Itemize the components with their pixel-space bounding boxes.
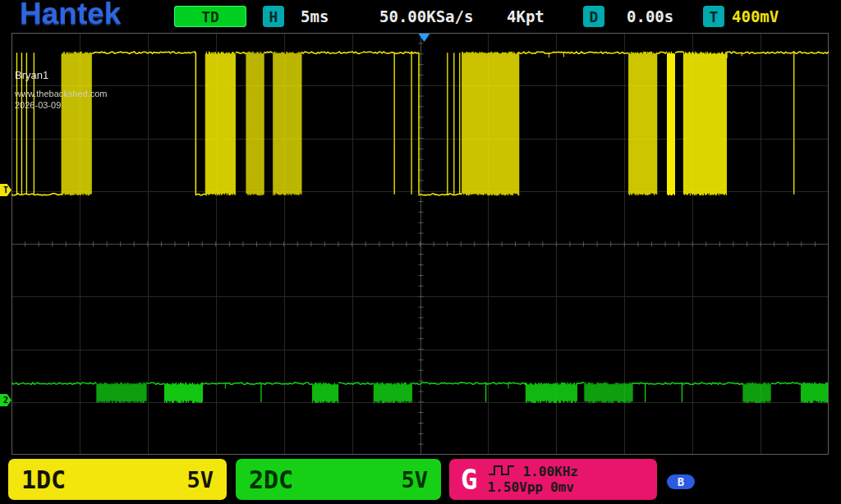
delay-badge-icon: D bbox=[583, 6, 604, 27]
watermark: Bryan1 www.thebackshed.com 2026-03-09 bbox=[15, 69, 108, 110]
ch2-reference-marker: 2 bbox=[0, 394, 11, 406]
generator-amplitude: 1.50Vpp bbox=[487, 480, 542, 495]
status-bar: Hantek TD H 5ms 50.00KSa/s 4Kpt D 0.00s … bbox=[0, 0, 841, 33]
watermark-site: www.thebackshed.com bbox=[15, 89, 108, 99]
trigger-status-badge: TD bbox=[174, 6, 246, 27]
brand-logo: Hantek bbox=[20, 0, 121, 31]
generator-frequency: 1.00KHz bbox=[522, 465, 577, 479]
ch1-scale-value: 5V bbox=[186, 467, 214, 493]
graticule-area: Bryan1 www.thebackshed.com 2026-03-09 T … bbox=[11, 33, 829, 455]
generator-offset: 0mv bbox=[550, 480, 574, 495]
generator-details: 1.00KHz 1.50Vpp 0mv bbox=[487, 464, 577, 496]
generator-label: G bbox=[461, 463, 477, 496]
generator-info-box: G 1.00KHz 1.50Vpp 0mv bbox=[449, 459, 657, 500]
ch1-coupling-label: 1DC bbox=[21, 465, 66, 494]
waveform-display bbox=[11, 33, 829, 455]
b-indicator: B bbox=[667, 474, 695, 489]
ch2-coupling-label: 2DC bbox=[249, 465, 293, 494]
trigger-badge-icon: T bbox=[703, 6, 724, 27]
ch2-scale-value: 5V bbox=[401, 467, 428, 493]
horizontal-offset-value: 0.00s bbox=[627, 7, 673, 25]
channel-bar: 1DC 5V 2DC 5V G 1.00KHz 1.50Vpp bbox=[0, 455, 841, 504]
trigger-level-value: 400mV bbox=[732, 7, 779, 25]
sample-rate-value: 50.00KSa/s bbox=[379, 7, 473, 25]
ch1-info-box: 1DC 5V bbox=[8, 459, 227, 500]
horizontal-badge-icon: H bbox=[263, 6, 284, 27]
memory-depth-value: 4Kpt bbox=[507, 7, 545, 25]
watermark-date: 2026-03-09 bbox=[15, 100, 108, 110]
watermark-username: Bryan1 bbox=[15, 69, 108, 81]
oscilloscope-screen: Hantek TD H 5ms 50.00KSa/s 4Kpt D 0.00s … bbox=[0, 0, 841, 504]
square-wave-icon bbox=[487, 464, 515, 480]
ch2-info-box: 2DC 5V bbox=[236, 459, 441, 500]
trigger-level-marker: T bbox=[0, 184, 11, 196]
timebase-value: 5ms bbox=[301, 7, 329, 25]
